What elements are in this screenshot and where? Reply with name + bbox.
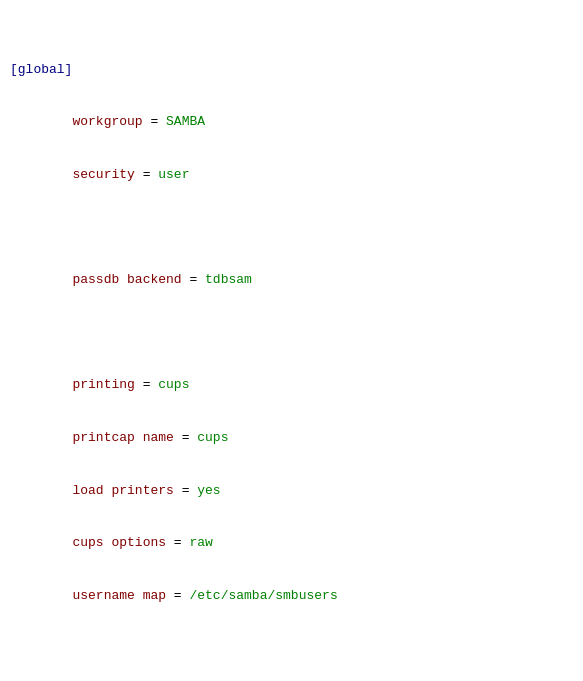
line-load-printers: load printers = yes bbox=[10, 482, 573, 500]
line-username-map: username map = /etc/samba/smbusers bbox=[10, 587, 573, 605]
section-global-header: [global] bbox=[10, 61, 573, 79]
line-blank2 bbox=[10, 324, 573, 342]
line-printing: printing = cups bbox=[10, 376, 573, 394]
code-editor: [global] workgroup = SAMBA security = us… bbox=[0, 0, 583, 681]
line-security: security = user bbox=[10, 166, 573, 184]
line-cups-options: cups options = raw bbox=[10, 534, 573, 552]
line-workgroup: workgroup = SAMBA bbox=[10, 113, 573, 131]
line-passdb: passdb backend = tdbsam bbox=[10, 271, 573, 289]
line-blank1 bbox=[10, 219, 573, 237]
line-blank3 bbox=[10, 640, 573, 658]
line-printcap: printcap name = cups bbox=[10, 429, 573, 447]
